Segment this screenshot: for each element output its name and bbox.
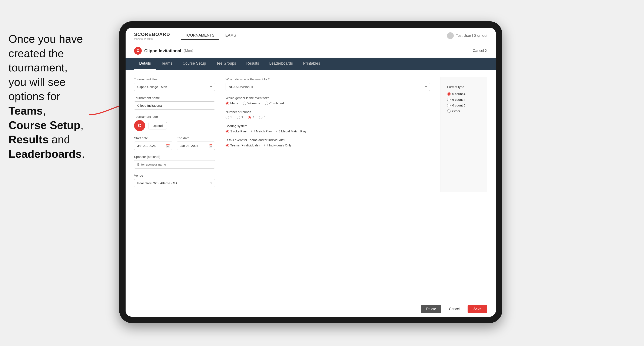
- tab-printables[interactable]: Printables: [298, 58, 325, 70]
- user-label[interactable]: Test User | Sign out: [456, 34, 487, 38]
- tournament-host-select[interactable]: Clippd College - Men: [134, 83, 215, 91]
- calendar-icon: 📅: [166, 144, 170, 148]
- main-content: Tournament Host Clippd College - Men Tou…: [126, 70, 496, 301]
- teams-radio-group: Teams (+Individuals) Individuals Only: [226, 144, 430, 147]
- gender-mens[interactable]: Mens: [226, 101, 238, 105]
- end-date-wrap: 📅: [177, 142, 215, 150]
- nav-links: TOURNAMENTS TEAMS: [181, 31, 447, 40]
- format-type-section: Format type 5 count 4 6 count 4: [440, 77, 487, 192]
- sponsor-input[interactable]: [134, 160, 215, 169]
- division-group: Which division is the event for? NCAA Di…: [226, 77, 430, 91]
- rounds-label: Number of rounds: [226, 110, 430, 114]
- end-date-label: End date: [177, 136, 215, 140]
- user-area: Test User | Sign out: [447, 32, 487, 39]
- logo-upload-area: C Upload: [134, 120, 215, 131]
- form-columns: Tournament Host Clippd College - Men Tou…: [134, 77, 487, 192]
- top-navigation: SCOREBOARD Powered by clippd TOURNAMENTS…: [126, 28, 496, 44]
- bottom-action-bar: Delete Cancel Save: [126, 301, 496, 317]
- scoring-match[interactable]: Match Play: [251, 129, 272, 133]
- avatar: [447, 32, 454, 39]
- start-date-label: Start date: [134, 136, 172, 140]
- logo-area: SCOREBOARD Powered by clippd: [134, 32, 170, 40]
- form-column-left: Tournament Host Clippd College - Men Tou…: [134, 77, 215, 192]
- start-date-group: Start date 📅: [134, 136, 172, 150]
- format-other[interactable]: Other: [447, 109, 481, 113]
- calendar-icon-end: 📅: [208, 144, 213, 148]
- teams-with-individuals[interactable]: Teams (+Individuals): [226, 144, 260, 147]
- scoring-group: Scoring system Stroke Play Match Play: [226, 124, 430, 133]
- teams-label: Is this event for Teams and/or Individua…: [226, 138, 430, 142]
- format-5count4[interactable]: 5 count 4: [447, 92, 481, 96]
- gender-combined[interactable]: Combined: [265, 101, 284, 105]
- logo-preview: C: [134, 120, 145, 131]
- form-area: Tournament Host Clippd College - Men Tou…: [126, 70, 496, 301]
- tournament-name-label: Tournament name: [134, 96, 215, 100]
- logo-text: SCOREBOARD: [134, 32, 170, 37]
- scoring-stroke[interactable]: Stroke Play: [226, 129, 247, 133]
- gender-label: Which gender is the event for?: [226, 96, 430, 100]
- start-date-wrap: 📅: [134, 142, 172, 150]
- tournament-host-group: Tournament Host Clippd College - Men: [134, 77, 215, 91]
- gender-womens[interactable]: Womens: [243, 101, 260, 105]
- dates-group: Start date 📅 End date 📅: [134, 136, 215, 150]
- tab-results[interactable]: Results: [241, 58, 264, 70]
- tournament-logo-label: Tournament logo: [134, 115, 215, 118]
- nav-teams[interactable]: TEAMS: [219, 31, 240, 40]
- format-6count5[interactable]: 6 count 5: [447, 104, 481, 107]
- rounds-1[interactable]: 1: [226, 115, 232, 119]
- tournament-name-group: Tournament name: [134, 96, 215, 110]
- tournament-title: C Clippd Invitational (Men): [134, 47, 193, 55]
- scoring-radio-group: Stroke Play Match Play Medal Match Play: [226, 129, 430, 133]
- format-6count4[interactable]: 6 count 4: [447, 98, 481, 101]
- individuals-only[interactable]: Individuals Only: [264, 144, 292, 147]
- cancel-header-button[interactable]: Cancel X: [473, 49, 487, 53]
- division-select[interactable]: NCAA Division III: [226, 83, 430, 91]
- format-type-radio-group: 5 count 4 6 count 4 6 count 5: [447, 92, 481, 113]
- division-label: Which division is the event for?: [226, 77, 430, 81]
- scoring-medal-match[interactable]: Medal Match Play: [276, 129, 306, 133]
- tab-leaderboards[interactable]: Leaderboards: [264, 58, 298, 70]
- form-column-right: Which division is the event for? NCAA Di…: [226, 77, 430, 192]
- gender-radio-group: Mens Womens Combined: [226, 101, 430, 105]
- scoring-label: Scoring system: [226, 124, 430, 128]
- tournament-logo-group: Tournament logo C Upload: [134, 115, 215, 131]
- rounds-3[interactable]: 3: [248, 115, 254, 119]
- nav-tournaments[interactable]: TOURNAMENTS: [181, 31, 219, 40]
- tablet-screen: SCOREBOARD Powered by clippd TOURNAMENTS…: [126, 28, 496, 317]
- tab-navigation: Details Teams Course Setup Tee Groups Re…: [126, 58, 496, 70]
- tab-teams[interactable]: Teams: [156, 58, 178, 70]
- tournament-icon: C: [134, 47, 142, 55]
- format-type-label: Format type: [447, 85, 481, 89]
- tournament-name: Clippd Invitational: [144, 48, 181, 53]
- tournament-header: C Clippd Invitational (Men) Cancel X: [126, 44, 496, 58]
- venue-group: Venue Peachtree GC - Atlanta - GA: [134, 174, 215, 187]
- rounds-radio-group: 1 2 3: [226, 115, 430, 119]
- sponsor-group: Sponsor (optional): [134, 155, 215, 169]
- rounds-2[interactable]: 2: [237, 115, 243, 119]
- tournament-host-label: Tournament Host: [134, 77, 215, 81]
- logo-subtitle: Powered by clippd: [134, 38, 170, 40]
- rounds-4[interactable]: 4: [259, 115, 266, 119]
- save-button[interactable]: Save: [468, 305, 487, 313]
- cancel-button[interactable]: Cancel: [444, 305, 465, 313]
- tab-details[interactable]: Details: [134, 58, 156, 70]
- gender-group: Which gender is the event for? Mens Wome…: [226, 96, 430, 105]
- upload-button[interactable]: Upload: [148, 122, 167, 129]
- end-date-group: End date 📅: [177, 136, 215, 150]
- venue-label: Venue: [134, 174, 215, 177]
- tablet-device: SCOREBOARD Powered by clippd TOURNAMENTS…: [119, 21, 502, 323]
- delete-button[interactable]: Delete: [421, 305, 441, 313]
- venue-select[interactable]: Peachtree GC - Atlanta - GA: [134, 179, 215, 187]
- sponsor-label: Sponsor (optional): [134, 155, 215, 159]
- tournament-name-input[interactable]: [134, 101, 215, 110]
- rounds-group: Number of rounds 1 2: [226, 110, 430, 119]
- teams-group: Is this event for Teams and/or Individua…: [226, 138, 430, 147]
- tab-tee-groups[interactable]: Tee Groups: [211, 58, 241, 70]
- tab-course-setup[interactable]: Course Setup: [178, 58, 211, 70]
- tournament-subtitle: (Men): [184, 49, 193, 53]
